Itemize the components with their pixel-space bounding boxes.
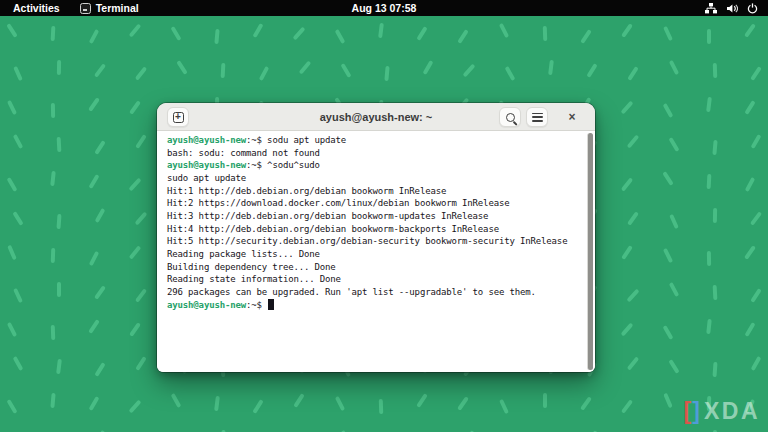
terminal-content[interactable]: ayush@ayush-new:~$ sodu apt updatebash: … xyxy=(157,131,595,372)
menu-button[interactable] xyxy=(526,107,548,127)
terminal-cursor xyxy=(268,299,274,310)
gnome-top-bar: Activities Terminal Aug 13 07:58 xyxy=(0,0,768,16)
clock-button[interactable]: Aug 13 07:58 xyxy=(352,0,417,16)
xda-bracket-right: ] xyxy=(692,397,701,425)
app-menu-button[interactable]: Terminal xyxy=(80,2,139,14)
terminal-line: Hit:3 http://deb.debian.org/debian bookw… xyxy=(167,210,581,223)
terminal-line: 296 packages can be upgraded. Run 'apt l… xyxy=(167,286,581,299)
network-workgroup-icon xyxy=(705,3,717,14)
terminal-line: Hit:5 http://security.debian.org/debian-… xyxy=(167,235,581,248)
system-tray[interactable] xyxy=(705,0,758,16)
terminal-line: bash: sodu: command not found xyxy=(167,147,581,160)
terminal-line: Hit:4 http://deb.debian.org/debian bookw… xyxy=(167,223,581,236)
xda-watermark: [ ] XDA xyxy=(684,398,760,425)
power-icon xyxy=(747,3,758,14)
new-tab-button[interactable]: + xyxy=(167,107,189,127)
terminal-line: Hit:2 https://download.docker.com/linux/… xyxy=(167,197,581,210)
volume-icon xyxy=(726,3,738,14)
terminal-lines: ayush@ayush-new:~$ sodu apt updatebash: … xyxy=(167,134,581,311)
xda-logo-text: XDA xyxy=(704,398,760,425)
terminal-line: ayush@ayush-new:~$ xyxy=(167,299,581,312)
window-title: ayush@ayush-new: ~ xyxy=(320,111,433,123)
terminal-line: ayush@ayush-new:~$ ^sodu^sudo xyxy=(167,159,581,172)
terminal-line: sudo apt update xyxy=(167,172,581,185)
scrollbar[interactable] xyxy=(588,133,593,370)
search-icon xyxy=(506,113,515,122)
new-tab-icon: + xyxy=(173,112,184,123)
terminal-line: Building dependency tree... Done xyxy=(167,261,581,274)
terminal-line: ayush@ayush-new:~$ sodu apt update xyxy=(167,134,581,147)
terminal-line: Hit:1 http://deb.debian.org/debian bookw… xyxy=(167,185,581,198)
terminal-line: Reading package lists... Done xyxy=(167,248,581,261)
activities-button[interactable]: Activities xyxy=(9,1,64,15)
menu-icon xyxy=(532,113,543,122)
xda-bracket-left: [ xyxy=(684,397,693,425)
terminal-window: + ayush@ayush-new: ~ × ayush@ayush-new:~… xyxy=(157,103,595,372)
close-button[interactable]: × xyxy=(563,107,581,127)
terminal-app-icon xyxy=(80,3,91,14)
terminal-titlebar[interactable]: + ayush@ayush-new: ~ × xyxy=(157,103,595,131)
desktop: Activities Terminal Aug 13 07:58 xyxy=(0,0,768,432)
search-button[interactable] xyxy=(499,107,521,127)
terminal-line: Reading state information... Done xyxy=(167,273,581,286)
app-menu-label: Terminal xyxy=(96,2,139,14)
